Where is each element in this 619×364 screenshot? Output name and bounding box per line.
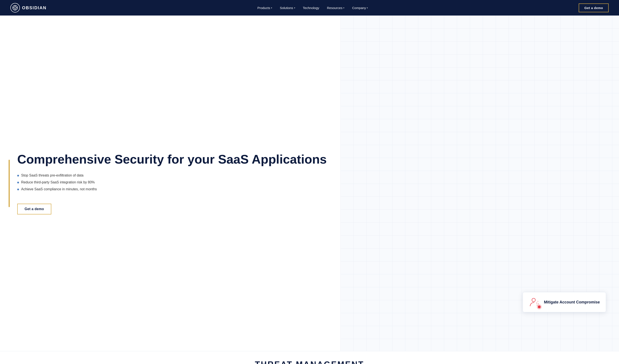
- bullet-dot: [17, 175, 19, 176]
- logo-icon: [10, 3, 20, 13]
- mitigate-icon-wrap: [529, 297, 540, 308]
- hero-section: Comprehensive Security for your SaaS App…: [0, 15, 619, 351]
- hero-get-demo-button[interactable]: Get a demo: [17, 204, 51, 215]
- chevron-down-icon: ▾: [343, 7, 344, 9]
- nav-link-resources[interactable]: Resources ▾: [327, 6, 345, 10]
- threat-title: THREAT MANAGEMENT: [4, 360, 615, 364]
- mitigate-card-title: Mitigate Account Compromise: [544, 300, 600, 305]
- nav-item-company[interactable]: Company ▾: [352, 6, 368, 10]
- chevron-down-icon: ▾: [271, 7, 272, 9]
- nav-link-company[interactable]: Company ▾: [352, 6, 368, 10]
- nav-links: Products ▾ Solutions ▾ Technology Resour…: [257, 6, 368, 10]
- hero-accent-bar: [9, 160, 10, 207]
- hero-bullets: Stop SaaS threats pre-exfiltration of da…: [17, 174, 327, 194]
- alert-dot: [537, 305, 541, 309]
- svg-point-6: [532, 298, 535, 302]
- mitigate-card: Mitigate Account Compromise: [523, 292, 606, 312]
- svg-point-1: [14, 7, 16, 9]
- nav-item-products[interactable]: Products ▾: [257, 6, 272, 10]
- svg-line-11: [537, 301, 538, 303]
- hero-title: Comprehensive Security for your SaaS App…: [17, 152, 327, 167]
- nav-link-products[interactable]: Products ▾: [257, 6, 272, 10]
- nav-link-solutions[interactable]: Solutions ▾: [280, 6, 295, 10]
- navbar: OBSIDIAN Products ▾ Solutions ▾ Technolo…: [0, 0, 619, 15]
- bullet-dot: [17, 182, 19, 183]
- nav-link-technology[interactable]: Technology: [303, 6, 319, 10]
- threat-section: THREAT MANAGEMENT: [0, 351, 619, 364]
- chevron-down-icon: ▾: [367, 7, 368, 9]
- nav-get-demo-button[interactable]: Get a demo: [579, 3, 609, 12]
- logo-text: OBSIDIAN: [22, 5, 47, 10]
- nav-item-solutions[interactable]: Solutions ▾: [280, 6, 295, 10]
- hero-left: Comprehensive Security for your SaaS App…: [0, 15, 340, 351]
- bullet-item-2: Reduce third-party SaaS integration risk…: [17, 180, 327, 184]
- hero-right: Mitigate Account Compromise: [340, 15, 619, 351]
- nav-item-technology[interactable]: Technology: [303, 6, 319, 10]
- chevron-down-icon: ▾: [294, 7, 295, 9]
- bullet-item-1: Stop SaaS threats pre-exfiltration of da…: [17, 174, 327, 177]
- bullet-item-3: Achieve SaaS compliance in minutes, not …: [17, 187, 327, 191]
- logo[interactable]: OBSIDIAN: [10, 3, 47, 13]
- bullet-dot: [17, 189, 19, 190]
- nav-item-resources[interactable]: Resources ▾: [327, 6, 345, 10]
- svg-line-12: [537, 303, 538, 304]
